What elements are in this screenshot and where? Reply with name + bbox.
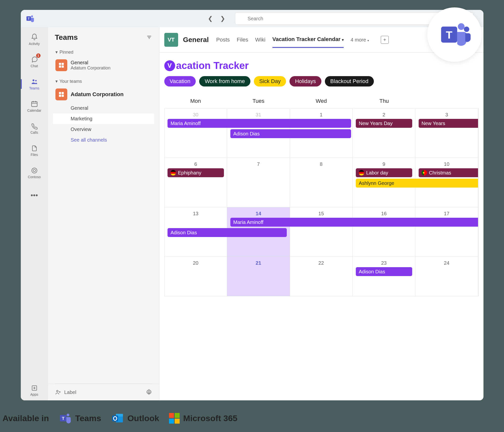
event-christmas[interactable]: Christmas (419, 168, 478, 177)
outlook-badge: Outlook (111, 412, 159, 425)
rail-calendar[interactable]: Calendar (23, 96, 46, 116)
contoso-icon (31, 167, 38, 174)
calendar-day[interactable]: 17 (415, 207, 478, 257)
people-icon (31, 78, 38, 85)
channel-overview[interactable]: Overview (53, 124, 154, 135)
rail-teams[interactable]: Teams (23, 74, 46, 94)
tab-files[interactable]: Files (237, 32, 248, 47)
calendar-day[interactable]: 8 (290, 158, 353, 207)
event-maria[interactable]: Maria Aminoff (230, 218, 478, 227)
rail-more[interactable]: ••• (23, 185, 46, 205)
team-name: Adatum Corporation (71, 91, 124, 98)
event-ny[interactable]: New Years (419, 119, 478, 128)
calendar-day[interactable]: 6 (165, 158, 227, 207)
svg-point-31 (56, 390, 58, 392)
main-content: VT General Posts Files Wiki Vacation Tra… (159, 27, 483, 400)
chevron-down-icon: ▾ (55, 49, 58, 55)
tab-posts[interactable]: Posts (216, 32, 230, 47)
legend-vacation[interactable]: Vacation (164, 76, 196, 86)
calendar-day[interactable]: 15 (290, 207, 353, 257)
team-adatum[interactable]: Adatum Corporation (53, 86, 154, 103)
flag-de-icon (170, 170, 176, 175)
available-footer: Available in T Teams Outlook Microsoft 3… (2, 412, 238, 425)
back-icon[interactable]: ❮ (208, 15, 213, 22)
svg-text:T: T (28, 17, 30, 21)
rail-files[interactable]: Files (23, 141, 46, 161)
calendar-day[interactable]: 24 (415, 257, 478, 296)
more-tabs[interactable]: 4 more ▾ (351, 37, 369, 43)
filter-icon[interactable] (146, 34, 152, 40)
chevron-down-icon: ▾ (55, 79, 58, 84)
event-adison[interactable]: Adison Dias (168, 228, 287, 237)
app-window: T ❮ ❯ Activity 1 Chat Teams (21, 10, 483, 400)
svg-rect-24 (62, 63, 64, 65)
channel-avatar: VT (164, 33, 178, 47)
forward-icon[interactable]: ❯ (220, 15, 225, 22)
chevron-down-icon: ▾ (342, 38, 344, 42)
phone-icon (31, 123, 38, 130)
rail-calls[interactable]: Calls (23, 119, 46, 138)
svg-rect-11 (31, 102, 37, 107)
svg-rect-28 (62, 92, 64, 94)
calendar-week: 6 7 8 9 10 Ephiphany Labor day Christmas… (165, 158, 478, 207)
calendar-day[interactable]: 23 (353, 257, 415, 296)
microsoft-icon (169, 413, 180, 424)
channel-general[interactable]: General (53, 103, 154, 113)
legend-wfh[interactable]: Work from home (199, 76, 250, 86)
svg-rect-29 (59, 95, 61, 97)
your-teams-section[interactable]: ▾ Your teams (53, 77, 154, 86)
teams-badge: T Teams (59, 412, 101, 425)
settings-icon[interactable] (146, 389, 152, 395)
calendar-day[interactable]: 30 (165, 108, 227, 158)
calendar-week: 20 21 22 23 24 Adison Dias (165, 257, 478, 296)
event-ephiphany[interactable]: Ephiphany (168, 168, 224, 177)
m365-badge: Microsoft 365 (169, 413, 237, 424)
calendar-week: 30 31 1 2 3 Maria Aminoff Adison Dias Ne… (165, 108, 478, 158)
day-header: Thu (353, 94, 416, 108)
calendar-day[interactable]: 3 (415, 108, 478, 158)
nav-arrows: ❮ ❯ (208, 15, 225, 22)
event-maria[interactable]: Maria Aminoff (168, 119, 351, 128)
calendar-day[interactable]: 16 (353, 207, 415, 257)
svg-point-2 (458, 23, 465, 30)
legend-sick[interactable]: Sick Day (254, 76, 286, 86)
svg-point-10 (35, 80, 37, 81)
flag-de-icon (359, 170, 364, 175)
tab-vacation-tracker[interactable]: Vacation Tracker Calendar ▾ (272, 32, 344, 48)
pinned-section[interactable]: ▾ Pinned (53, 47, 154, 57)
bell-icon (31, 33, 38, 41)
people-add-icon[interactable] (55, 389, 61, 395)
vacation-tracker-title: V acation Tracker (164, 60, 479, 71)
svg-point-3 (464, 27, 469, 32)
outlook-icon (111, 412, 124, 425)
calendar-header: Mon Tues Wed Thu (164, 94, 479, 108)
event-labor[interactable]: Labor day (356, 168, 412, 177)
rail-activity[interactable]: Activity (23, 30, 46, 49)
channel-marketing[interactable]: Marketing (53, 113, 154, 124)
calendar-icon (31, 100, 38, 108)
event-ashlynn[interactable]: Ashlynn George (356, 179, 478, 188)
calendar-day[interactable]: 7 (227, 158, 290, 207)
event-adison[interactable]: Adison Dias (230, 129, 351, 138)
see-all-channels[interactable]: See all channels (53, 135, 154, 145)
event-adison[interactable]: Adison Dias (356, 267, 412, 276)
legend-blackout[interactable]: Blackout Period (325, 76, 374, 86)
calendar-day[interactable]: 22 (290, 257, 353, 296)
event-nyd[interactable]: New Years Day (356, 119, 412, 128)
add-tab-button[interactable]: + (381, 36, 389, 44)
day-header: Mon (164, 94, 227, 108)
legend-holidays[interactable]: Holidays (289, 76, 321, 86)
rail-contoso[interactable]: Contoso (23, 163, 46, 183)
titlebar: T ❮ ❯ (21, 10, 483, 27)
rail-chat[interactable]: 1 Chat (23, 52, 46, 72)
pinned-general[interactable]: General Adatum Corporation (53, 57, 154, 74)
calendar-day[interactable]: 21 (227, 257, 290, 296)
calendar-day[interactable]: 2 (353, 108, 415, 158)
teams-app-icon: T (26, 14, 35, 23)
svg-text:T: T (62, 416, 65, 421)
rail-apps[interactable]: Apps (23, 381, 46, 400)
team-subtitle: Adatum Corporation (71, 65, 111, 71)
tab-wiki[interactable]: Wiki (255, 32, 265, 47)
calendar-day[interactable]: 20 (165, 257, 227, 296)
svg-point-16 (33, 169, 35, 172)
